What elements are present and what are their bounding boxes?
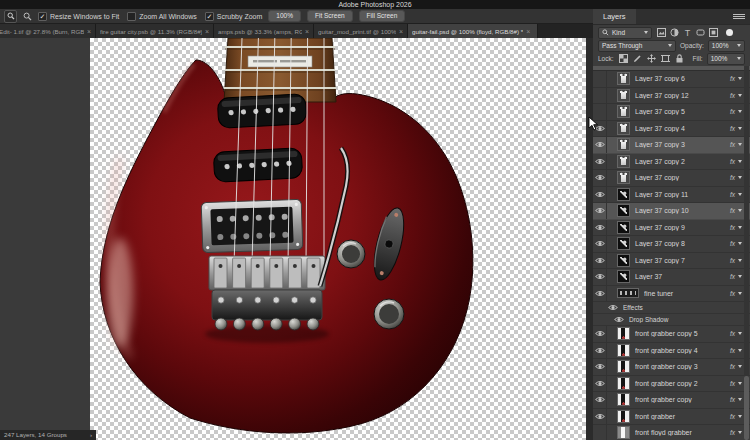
eye-icon[interactable] — [593, 359, 607, 375]
fx-badge[interactable]: fx — [730, 207, 735, 214]
layer-thumbnail[interactable] — [617, 155, 630, 168]
chevron-down-icon[interactable] — [738, 160, 742, 163]
chevron-down-icon[interactable] — [738, 398, 742, 401]
fill-select[interactable]: 100% — [707, 53, 745, 65]
lock-position-icon[interactable] — [646, 54, 657, 64]
eye-icon[interactable] — [593, 187, 607, 203]
chevron-down-icon[interactable] — [738, 349, 742, 352]
panel-scrollbar[interactable] — [744, 66, 749, 440]
layer-row[interactable]: Layer 37 copy 9fx — [593, 220, 750, 237]
eye-icon[interactable] — [593, 376, 607, 392]
eye-icon[interactable] — [593, 286, 607, 302]
layer-thumbnail[interactable] — [617, 344, 630, 357]
opacity-select[interactable]: 100% — [708, 40, 745, 52]
chevron-down-icon[interactable] — [738, 332, 742, 335]
eye-toggle-empty[interactable] — [593, 425, 607, 440]
layer-thumbnail[interactable] — [617, 221, 630, 234]
layer-thumbnail[interactable] — [617, 327, 630, 340]
layer-thumbnail[interactable] — [617, 89, 630, 102]
eye-icon[interactable] — [607, 302, 618, 313]
eye-icon[interactable] — [593, 253, 607, 269]
fx-badge[interactable]: fx — [730, 125, 735, 132]
document-tab[interactable]: amps.psb @ 33.3% (amps, RGB/16#) *× — [214, 24, 314, 38]
fx-badge[interactable]: fx — [730, 191, 735, 198]
close-icon[interactable]: × — [205, 28, 209, 35]
fx-badge[interactable]: fx — [730, 413, 735, 420]
chevron-down-icon[interactable] — [738, 431, 742, 434]
layer-thumbnail[interactable] — [617, 377, 630, 390]
fill-screen-button[interactable]: Fill Screen — [359, 10, 406, 22]
effects-row[interactable]: Effects — [593, 302, 750, 314]
eye-icon[interactable] — [593, 269, 607, 285]
fx-badge[interactable]: fx — [730, 396, 735, 403]
layer-row[interactable]: front grabber copy 4fx — [593, 343, 750, 360]
eye-icon[interactable] — [613, 314, 624, 325]
chevron-down-icon[interactable] — [738, 209, 742, 212]
eye-icon[interactable] — [593, 409, 607, 425]
fx-badge[interactable]: fx — [730, 380, 735, 387]
layer-thumbnail[interactable] — [617, 72, 630, 85]
chevron-down-icon[interactable] — [738, 415, 742, 418]
layer-row[interactable]: Layer 37 copyfx — [593, 170, 750, 187]
layer-thumbnail[interactable] — [617, 105, 630, 118]
dropshadow-row[interactable]: Drop Shadow — [593, 314, 750, 326]
panel-menu-icon[interactable] — [733, 13, 745, 20]
eye-icon[interactable] — [593, 236, 607, 252]
layer-thumbnail[interactable] — [617, 426, 630, 439]
layer-row[interactable]: fine tunerfx — [593, 286, 750, 303]
layer-thumbnail[interactable] — [617, 204, 630, 217]
filter-kind-select[interactable]: Kind — [598, 27, 652, 39]
layer-row[interactable]: Layer 37 copy 8fx — [593, 236, 750, 253]
chevron-down-icon[interactable] — [738, 77, 742, 80]
layer-thumbnail[interactable] — [617, 288, 639, 298]
checkbox-unchecked-icon[interactable] — [127, 12, 136, 21]
fit-screen-button[interactable]: Fit Screen — [307, 10, 353, 22]
chevron-down-icon[interactable] — [738, 193, 742, 196]
pixel-layers-icon[interactable] — [656, 28, 667, 38]
100--button[interactable]: 100% — [268, 10, 301, 22]
fx-badge[interactable]: fx — [730, 330, 735, 337]
layer-row[interactable]: front grabber copyfx — [593, 392, 750, 409]
layer-thumbnail[interactable] — [617, 122, 630, 135]
smart-objects-icon[interactable] — [708, 28, 719, 38]
fx-badge[interactable]: fx — [730, 290, 735, 297]
layer-row[interactable]: front floyd grabberfx — [593, 425, 750, 440]
fx-badge[interactable]: fx — [730, 257, 735, 264]
eye-icon[interactable] — [593, 154, 607, 170]
chevron-down-icon[interactable] — [738, 259, 742, 262]
lock-transparency-icon[interactable] — [618, 54, 629, 64]
chevron-down-icon[interactable] — [738, 365, 742, 368]
lock-all-icon[interactable] — [674, 54, 685, 64]
chevron-down-icon[interactable] — [738, 275, 742, 278]
shape-layers-icon[interactable] — [695, 28, 706, 38]
fx-badge[interactable]: fx — [730, 108, 735, 115]
chevron-down-icon[interactable] — [738, 292, 742, 295]
fx-badge[interactable]: fx — [730, 363, 735, 370]
layer-row[interactable]: Layer 37 copy 3fx — [593, 137, 750, 154]
close-icon[interactable]: × — [399, 28, 403, 35]
layer-row[interactable]: Layer 37fx — [593, 269, 750, 286]
chevron-down-icon[interactable] — [738, 382, 742, 385]
chevron-down-icon[interactable] — [738, 110, 742, 113]
canvas-pasteboard[interactable] — [0, 38, 586, 440]
lock-artboard-icon[interactable] — [660, 54, 671, 64]
document-tab[interactable]: guitar-fail.psd @ 100% (floyd, RGB/8#) *… — [408, 24, 538, 38]
document-canvas[interactable] — [90, 38, 586, 440]
fx-badge[interactable]: fx — [730, 240, 735, 247]
layer-row[interactable]: front grabber copy 5fx — [593, 326, 750, 343]
layer-row[interactable]: front grabberfx — [593, 409, 750, 426]
layer-thumbnail[interactable] — [617, 237, 630, 250]
chevron-down-icon[interactable] — [738, 176, 742, 179]
eye-icon[interactable] — [593, 170, 607, 186]
eye-icon[interactable] — [593, 203, 607, 219]
layer-row[interactable]: Layer 37 copy 11fx — [593, 187, 750, 204]
layer-thumbnail[interactable] — [617, 393, 630, 406]
fx-badge[interactable]: fx — [730, 273, 735, 280]
eye-icon[interactable] — [593, 343, 607, 359]
zoom-tool-icon[interactable] — [4, 10, 17, 23]
adjustment-layers-icon[interactable] — [669, 28, 680, 38]
eye-icon[interactable] — [593, 137, 607, 153]
document-tab[interactable]: Edit- 1.tif @ 27.8% (Burn, RGB/16#) *× — [0, 24, 96, 38]
fx-badge[interactable]: fx — [730, 174, 735, 181]
layer-row[interactable]: Layer 37 copy 7fx — [593, 253, 750, 270]
